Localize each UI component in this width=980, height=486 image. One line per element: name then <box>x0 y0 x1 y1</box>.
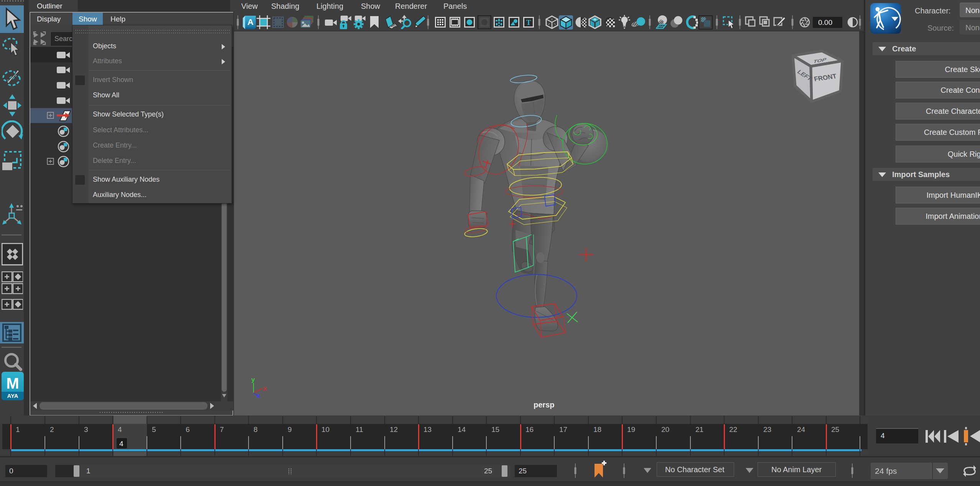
svg-text:AYA: AYA <box>7 392 18 399</box>
svg-text:x: x <box>263 385 267 392</box>
svg-text:A: A <box>247 17 254 27</box>
svg-text:y: y <box>251 376 255 383</box>
svg-text:T: T <box>526 18 531 26</box>
svg-text:M: M <box>6 375 19 392</box>
svg-text:z: z <box>257 392 260 399</box>
svg-text:persp: persp <box>534 401 554 409</box>
